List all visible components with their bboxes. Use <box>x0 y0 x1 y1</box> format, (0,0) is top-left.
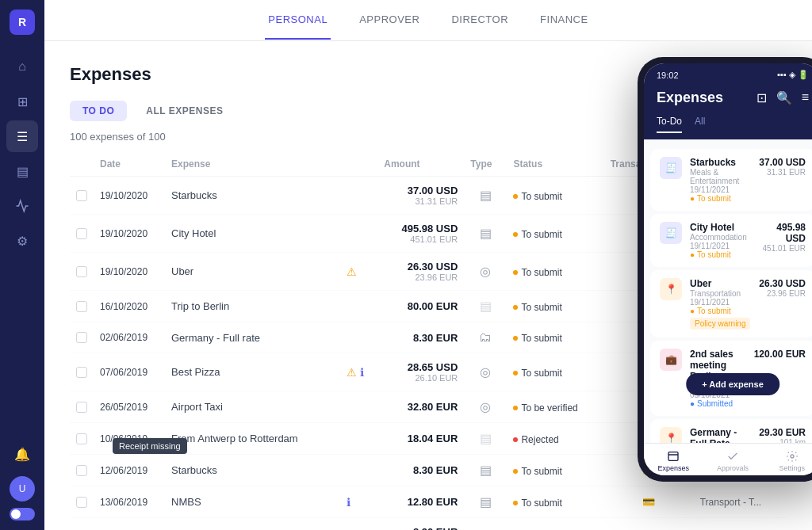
sidebar-item-home[interactable]: ⌂ <box>6 51 38 82</box>
phone-tab-todo[interactable]: To-Do <box>657 116 682 133</box>
phone-item-icon-salesmeeting: 💼 <box>660 349 682 371</box>
row-checkbox[interactable] <box>76 332 87 343</box>
phone-screen: 19:02 ▪▪▪ ◈ 🔋 Expenses ⊡ 🔍 ≡ To-Do All <box>644 63 812 475</box>
row-expense: Uber <box>165 253 340 291</box>
phone-status-badge: ● To submit <box>690 250 731 259</box>
row-type: ▤ <box>464 486 507 518</box>
row-date: 16/10/2020 <box>94 291 165 322</box>
status-dot-icon <box>513 406 518 410</box>
status-dot-icon <box>513 305 518 310</box>
phone-item-starbucks[interactable]: 🧾 Starbucks Meals & Entertainment 19/11/… <box>650 149 812 211</box>
row-checkbox[interactable] <box>76 497 87 508</box>
tab-approver[interactable]: APPROVER <box>356 1 423 40</box>
info-icon: ℹ <box>347 496 350 509</box>
phone-camera-icon[interactable]: ⊡ <box>756 90 767 105</box>
row-status: To submit <box>507 322 603 353</box>
avatar[interactable]: U <box>10 476 35 501</box>
row-expense: From Antwerp to Rotterdam <box>165 423 340 455</box>
phone-nav-expenses[interactable]: Expenses <box>644 450 703 472</box>
location-icon: ◎ <box>480 365 491 379</box>
row-status: To submit <box>507 177 603 215</box>
theme-toggle[interactable] <box>10 508 35 520</box>
info-icon: ℹ <box>360 366 364 379</box>
row-checkbox[interactable] <box>76 367 87 378</box>
row-date: 12/06/2019 <box>94 455 165 486</box>
row-flags <box>340 215 378 253</box>
receipt-icon: ▤ <box>480 189 492 202</box>
row-flags: ⚠ <box>340 253 378 291</box>
row-status: To submit <box>507 486 603 518</box>
warning-icon: ⚠ <box>347 366 357 379</box>
phone-item-icon-starbucks: 🧾 <box>660 157 682 179</box>
phone-tab-all[interactable]: All <box>695 116 705 133</box>
status-badge: To be verified <box>513 402 577 414</box>
phone-nav-approvals[interactable]: Approvals <box>703 450 763 472</box>
page-title: Expenses <box>70 64 151 85</box>
row-checkbox[interactable] <box>76 433 87 444</box>
svg-point-2 <box>791 455 794 458</box>
phone-search-icon[interactable]: 🔍 <box>776 90 792 105</box>
row-checkbox[interactable] <box>76 266 87 277</box>
row-checkbox[interactable] <box>76 190 87 201</box>
phone-item-uber[interactable]: 📍 Uber Transportation 19/11/2021 ● To su… <box>650 270 812 337</box>
row-status: To submit <box>507 291 603 322</box>
sidebar-item-receipts[interactable]: ☰ <box>6 120 38 152</box>
row-transactions <box>604 518 694 531</box>
phone-item-name: Germany - Full Rate <box>690 427 751 443</box>
phone-item-germany[interactable]: 📍 Germany - Full Rate Fuel costs 05/10/2… <box>650 419 812 443</box>
row-checkbox[interactable] <box>76 228 87 239</box>
row-amount: 18.04 EUR <box>377 423 464 455</box>
card-green-icon: 💳 <box>642 496 655 508</box>
row-checkbox[interactable] <box>76 402 87 413</box>
row-transactions: 💳 <box>604 486 694 518</box>
phone-nav-settings[interactable]: Settings <box>762 450 812 472</box>
row-expense: NMBS <box>165 486 340 518</box>
sidebar-item-grid[interactable]: ⊞ <box>6 86 38 117</box>
col-date: Date <box>94 152 165 177</box>
status-dot-icon <box>513 437 518 442</box>
phone-menu-icon[interactable]: ≡ <box>802 90 809 105</box>
row-type: 🗂 <box>464 322 507 353</box>
status-dot-icon <box>513 501 518 505</box>
row-expense: Trip to Berlin <box>165 291 340 322</box>
filter-all-expenses[interactable]: ALL EXPENSES <box>133 101 236 121</box>
phone-item-amount-col: 120.00 EUR <box>754 349 806 360</box>
row-status: To submit <box>507 253 603 291</box>
row-date: 14/06/2019 <box>94 518 165 531</box>
row-amount: 8.30 EUR <box>377 322 464 353</box>
phone-item-amount-col: 495.98 USD 451.01 EUR <box>755 222 806 253</box>
phone-bottom-nav: Expenses Approvals Settings <box>644 443 812 475</box>
phone-nav-settings-label: Settings <box>779 464 805 472</box>
phone-header: Expenses ⊡ 🔍 ≡ <box>644 83 812 116</box>
phone-item-info-cityhotel: City Hotel Accommodation 19/11/2021 ● To… <box>690 222 747 259</box>
phone-item-cityhotel[interactable]: 🧾 City Hotel Accommodation 19/11/2021 ● … <box>650 214 812 267</box>
row-amount: 28.65 USD26.10 EUR <box>377 353 464 391</box>
notification-icon[interactable]: 🔔 <box>6 438 38 470</box>
app-logo[interactable]: R <box>10 10 35 35</box>
sidebar-item-table[interactable]: ▤ <box>6 155 38 187</box>
phone-add-expense-fab[interactable]: + Add expense <box>686 373 779 395</box>
row-type: ▤ <box>464 423 507 455</box>
status-label: To submit <box>521 302 561 313</box>
phone-item-info-starbucks: Starbucks Meals & Entertainment 19/11/20… <box>690 157 751 203</box>
row-checkbox[interactable] <box>76 465 87 476</box>
row-amount: 8.30 EUR7.23 GBP <box>377 518 464 531</box>
phone-item-name: Starbucks <box>690 157 751 168</box>
row-date: 19/10/2020 <box>94 215 165 253</box>
row-amount: 26.30 USD23.96 EUR <box>377 253 464 291</box>
tab-director[interactable]: DIRECTOR <box>448 1 511 40</box>
row-checkbox[interactable] <box>76 301 87 312</box>
tab-finance[interactable]: FINANCE <box>537 1 592 40</box>
status-badge: To submit <box>513 333 561 344</box>
tab-personal[interactable]: PERSONAL <box>265 1 331 40</box>
row-flags: ⚠ <box>340 518 378 531</box>
table-row[interactable]: 14/06/2019From Antwerp to Mechelen⚠8.30 … <box>70 518 787 531</box>
status-label: To submit <box>521 267 561 278</box>
table-row[interactable]: 13/06/2019NMBSℹ12.80 EUR▤ To submit 💳Tra… <box>70 486 787 518</box>
filter-todo[interactable]: TO DO <box>70 101 127 121</box>
status-dot-icon <box>513 469 518 474</box>
sidebar-item-analytics[interactable] <box>6 190 38 222</box>
row-amount: 8.30 EUR <box>377 455 464 486</box>
sidebar-item-settings[interactable]: ⚙ <box>6 225 38 257</box>
phone-status-submitted: ● Submitted <box>690 399 733 408</box>
